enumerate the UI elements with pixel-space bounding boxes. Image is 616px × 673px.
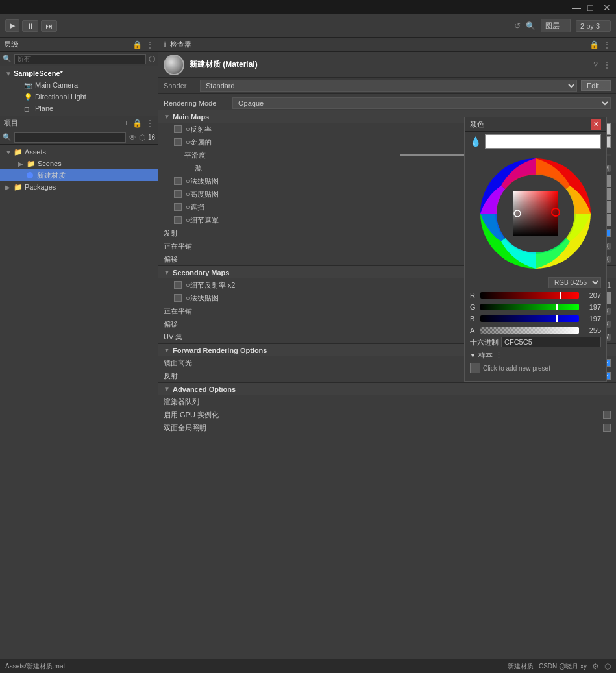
project-material-item[interactable]: 新建材质 (0, 169, 158, 181)
hierarchy-filter-icon[interactable]: ⬡ (149, 55, 155, 64)
scene-root-item[interactable]: ▼ SampleScene* (0, 67, 158, 79)
detail-checkbox[interactable] (174, 216, 182, 224)
color-picker-close-button[interactable]: ✕ (591, 119, 601, 130)
detail-normal-check-container (174, 294, 182, 302)
double-sided-checkbox[interactable] (603, 424, 611, 432)
play-button[interactable]: ▶ (5, 19, 19, 32)
inspector-title: 检查器 (170, 40, 585, 49)
sample-swatch-0[interactable] (470, 363, 480, 373)
pause-button[interactable]: ⏸ (22, 20, 38, 32)
advanced-options-title: Advanced Options (173, 385, 236, 393)
project-icons: + 🔒 ⋮ (124, 119, 154, 128)
step-button[interactable]: ⏭ (41, 20, 57, 32)
camera-label: Main Camera (35, 81, 78, 89)
b-channel-row: B 197 (465, 313, 606, 324)
material-label: 新建材质 (37, 171, 66, 180)
a-slider-track[interactable] (480, 327, 579, 334)
project-more-icon[interactable]: ⋮ (146, 119, 154, 128)
history-icon[interactable]: ↺ (514, 21, 521, 31)
project-packages-folder[interactable]: ▶ 📁 Packages (0, 181, 158, 193)
minimize-button[interactable]: — (572, 3, 580, 11)
material-more2-icon[interactable]: ⋮ (603, 60, 611, 69)
hierarchy-item-camera[interactable]: 📷 Main Camera (0, 79, 158, 91)
hex-input[interactable] (501, 337, 601, 347)
top-toolbar: ▶ ⏸ ⏭ ↺ 🔍 图层 2 by 3 (0, 14, 616, 38)
shader-dropdown[interactable]: Standard (200, 80, 577, 92)
material-name: 新建材质 (Material) (190, 59, 588, 70)
project-panel: 项目 + 🔒 ⋮ 🔍 👁 ⬡ 16 ▼ 📁 Assets (0, 116, 158, 659)
hierarchy-icons: 🔒 ⋮ (132, 40, 154, 49)
material-sphere-icon (164, 55, 184, 75)
inspector-more-icon[interactable]: ⋮ (603, 40, 611, 49)
left-panels: 层级 🔒 ⋮ 🔍 ⬡ ▼ SampleScene* 📷 (0, 38, 158, 659)
material-dot-icon (27, 172, 33, 178)
material-help-icon[interactable]: ? (593, 60, 598, 69)
albedo-checkbox[interactable] (174, 125, 182, 133)
metallic-checkbox[interactable] (174, 138, 182, 146)
edit-shader-button[interactable]: Edit... (581, 80, 611, 91)
shader-label: Shader (164, 82, 196, 90)
search-global-icon[interactable]: 🔍 (526, 21, 536, 31)
project-eye-icon[interactable]: 👁 (129, 133, 136, 142)
eyedropper-icon[interactable]: 💧 (470, 136, 481, 147)
color-wheel-svg[interactable] (477, 155, 594, 272)
project-lock-icon[interactable]: 🔒 (132, 119, 142, 128)
color-picker-header: 颜色 ✕ (465, 117, 606, 132)
status-bar: Assets/新建材质.mat 新建材质 CSDN @晓月 xy ⚙ ⬡ (0, 659, 616, 673)
project-assets-folder[interactable]: ▼ 📁 Assets (0, 146, 158, 158)
project-add-icon[interactable]: + (124, 119, 129, 128)
samples-menu-icon[interactable]: ⋮ (495, 351, 502, 360)
occlusion-checkbox[interactable] (174, 203, 182, 211)
normal-check-container (174, 177, 182, 185)
layout-dropdown[interactable]: 2 by 3 (576, 20, 611, 32)
hex-row: 十六进制 (465, 336, 606, 348)
more-icon[interactable]: ⋮ (146, 40, 154, 49)
hierarchy-search-input[interactable] (14, 54, 146, 64)
secondary-maps-title: Secondary Maps (173, 269, 229, 276)
add-preset-button[interactable]: Click to add new preset (483, 365, 550, 372)
b-label: B (470, 315, 478, 323)
g-channel-row: G 197 (465, 301, 606, 313)
g-slider-track[interactable] (480, 304, 579, 310)
normal-checkbox[interactable] (174, 177, 182, 185)
lock-icon[interactable]: 🔒 (132, 40, 142, 49)
hierarchy-item-plane[interactable]: ◻ Plane (0, 103, 158, 114)
project-scenes-folder[interactable]: ▶ 📁 Scenes (0, 158, 158, 169)
r-slider-track[interactable] (480, 292, 579, 299)
shader-row: Shader Standard Edit... (158, 78, 616, 94)
rendering-mode-label: Rendering Mode (164, 99, 228, 107)
layers-dropdown[interactable]: 图层 (541, 19, 571, 32)
hierarchy-search-bar: 🔍 ⬡ (0, 52, 158, 66)
hierarchy-item-light[interactable]: 💡 Directional Light (0, 91, 158, 103)
double-sided-row: 双面全局照明 (158, 421, 616, 434)
light-icon: 💡 (24, 93, 33, 101)
height-checkbox[interactable] (174, 190, 182, 198)
a-thumb (578, 327, 579, 334)
hierarchy-content: ▼ SampleScene* 📷 Main Camera 💡 Direction… (0, 66, 158, 116)
detail-albedo-checkbox[interactable] (174, 281, 182, 289)
assets-folder-icon: 📁 (14, 148, 23, 156)
inspector-lock-icon[interactable]: 🔒 (589, 40, 599, 49)
rgb-mode-select[interactable]: RGB 0-255 (548, 277, 601, 288)
project-search-icon[interactable]: 🔍 (3, 133, 12, 141)
status-icon-2: ⬡ (604, 662, 611, 671)
material-header: 新建材质 (Material) ? ⋮ (158, 52, 616, 78)
project-filter2-icon[interactable]: ⬡ (139, 133, 145, 142)
project-search-input[interactable] (14, 132, 126, 143)
a-channel-row: A 255 (465, 324, 606, 336)
detail-normal-checkbox[interactable] (174, 294, 182, 302)
samples-header: ▼ 样本 ⋮ (470, 350, 601, 360)
rgb-mode-row: RGB 0-255 (465, 276, 606, 289)
advanced-options-section[interactable]: ▼ Advanced Options (158, 382, 616, 395)
scene-name: SampleScene* (14, 69, 63, 77)
b-slider-track[interactable] (480, 315, 579, 322)
samples-triangle: ▼ (470, 352, 476, 359)
gpu-instancing-checkbox[interactable] (603, 411, 611, 419)
swatch-overlay (471, 363, 480, 373)
rendering-mode-dropdown[interactable]: Opaque (232, 97, 611, 109)
close-button[interactable]: ✕ (603, 3, 611, 11)
hierarchy-search-icon[interactable]: 🔍 (3, 55, 12, 63)
project-count-badge: 16 (148, 134, 155, 141)
gpu-instancing-row: 启用 GPU 实例化 (158, 408, 616, 421)
maximize-button[interactable]: □ (587, 3, 595, 11)
